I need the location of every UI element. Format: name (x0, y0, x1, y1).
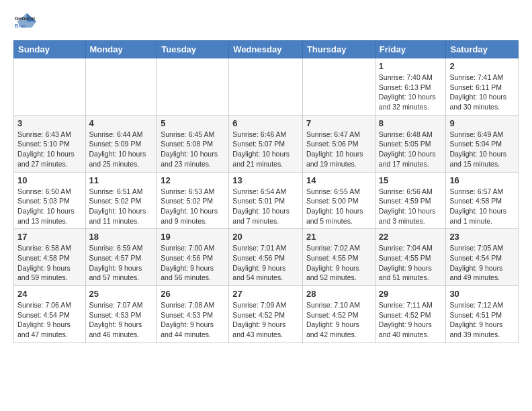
day-number: 14 (306, 175, 371, 185)
day-number: 21 (306, 232, 371, 242)
day-number: 25 (89, 289, 154, 299)
day-number: 11 (89, 175, 154, 185)
day-info: Sunrise: 6:46 AM Sunset: 5:07 PM Dayligh… (232, 130, 299, 169)
calendar-day-header: Tuesday (157, 41, 229, 58)
day-number: 29 (379, 289, 443, 299)
calendar-cell: 23Sunrise: 7:05 AM Sunset: 4:54 PM Dayli… (446, 229, 519, 286)
day-number: 30 (449, 289, 515, 299)
calendar-day-header: Wednesday (229, 41, 303, 58)
calendar-cell: 10Sunrise: 6:50 AM Sunset: 5:03 PM Dayli… (14, 172, 86, 229)
calendar-week-row: 24Sunrise: 7:06 AM Sunset: 4:54 PM Dayli… (14, 286, 519, 343)
calendar-cell (85, 58, 157, 116)
day-number: 23 (449, 232, 515, 242)
calendar-week-row: 10Sunrise: 6:50 AM Sunset: 5:03 PM Dayli… (14, 172, 519, 229)
calendar-week-row: 3Sunrise: 6:43 AM Sunset: 5:10 PM Daylig… (14, 115, 519, 172)
calendar-cell: 26Sunrise: 7:08 AM Sunset: 4:53 PM Dayli… (157, 286, 229, 343)
calendar-header-row: SundayMondayTuesdayWednesdayThursdayFrid… (14, 41, 519, 58)
day-number: 13 (232, 175, 299, 185)
day-info: Sunrise: 6:51 AM Sunset: 5:02 PM Dayligh… (89, 187, 154, 226)
day-info: Sunrise: 7:08 AM Sunset: 4:53 PM Dayligh… (161, 300, 225, 340)
calendar-cell: 20Sunrise: 7:01 AM Sunset: 4:56 PM Dayli… (229, 229, 303, 286)
calendar-cell: 14Sunrise: 6:55 AM Sunset: 5:00 PM Dayli… (302, 172, 375, 229)
day-info: Sunrise: 6:48 AM Sunset: 5:05 PM Dayligh… (379, 130, 443, 169)
day-info: Sunrise: 7:00 AM Sunset: 4:56 PM Dayligh… (161, 243, 225, 283)
calendar-cell: 11Sunrise: 6:51 AM Sunset: 5:02 PM Dayli… (85, 172, 157, 229)
calendar-cell (229, 58, 303, 116)
day-number: 27 (232, 289, 299, 299)
day-info: Sunrise: 6:54 AM Sunset: 5:01 PM Dayligh… (232, 187, 299, 226)
day-info: Sunrise: 6:47 AM Sunset: 5:06 PM Dayligh… (306, 130, 371, 169)
day-info: Sunrise: 6:50 AM Sunset: 5:03 PM Dayligh… (17, 187, 82, 226)
day-number: 1 (379, 61, 443, 71)
calendar-cell: 17Sunrise: 6:58 AM Sunset: 4:58 PM Dayli… (14, 229, 86, 286)
calendar-cell: 28Sunrise: 7:10 AM Sunset: 4:52 PM Dayli… (302, 286, 375, 343)
calendar-day-header: Friday (375, 41, 446, 58)
day-info: Sunrise: 7:05 AM Sunset: 4:54 PM Dayligh… (449, 243, 515, 283)
calendar-cell: 7Sunrise: 6:47 AM Sunset: 5:06 PM Daylig… (302, 115, 375, 172)
svg-text:General: General (15, 15, 35, 21)
day-info: Sunrise: 7:10 AM Sunset: 4:52 PM Dayligh… (306, 300, 371, 340)
day-number: 9 (449, 118, 515, 128)
calendar-cell: 25Sunrise: 7:07 AM Sunset: 4:53 PM Dayli… (85, 286, 157, 343)
day-info: Sunrise: 7:40 AM Sunset: 6:13 PM Dayligh… (379, 73, 443, 112)
day-info: Sunrise: 7:11 AM Sunset: 4:52 PM Dayligh… (379, 300, 443, 340)
calendar-week-row: 1Sunrise: 7:40 AM Sunset: 6:13 PM Daylig… (14, 58, 519, 116)
calendar-cell: 24Sunrise: 7:06 AM Sunset: 4:54 PM Dayli… (14, 286, 86, 343)
day-number: 8 (379, 118, 443, 128)
day-number: 12 (161, 175, 225, 185)
calendar-cell: 2Sunrise: 7:41 AM Sunset: 6:11 PM Daylig… (446, 58, 519, 116)
calendar-cell (14, 58, 86, 116)
calendar-day-header: Monday (85, 41, 157, 58)
calendar-cell: 16Sunrise: 6:57 AM Sunset: 4:58 PM Dayli… (446, 172, 519, 229)
day-number: 18 (89, 232, 154, 242)
day-info: Sunrise: 6:57 AM Sunset: 4:58 PM Dayligh… (449, 187, 515, 226)
calendar-day-header: Saturday (446, 41, 519, 58)
calendar-cell: 27Sunrise: 7:09 AM Sunset: 4:52 PM Dayli… (229, 286, 303, 343)
day-info: Sunrise: 7:07 AM Sunset: 4:53 PM Dayligh… (89, 300, 154, 340)
day-info: Sunrise: 6:59 AM Sunset: 4:57 PM Dayligh… (89, 243, 154, 283)
day-number: 4 (89, 118, 154, 128)
day-number: 3 (17, 118, 82, 128)
calendar-cell: 1Sunrise: 7:40 AM Sunset: 6:13 PM Daylig… (375, 58, 446, 116)
day-number: 5 (161, 118, 225, 128)
day-info: Sunrise: 6:43 AM Sunset: 5:10 PM Dayligh… (17, 130, 82, 169)
calendar-cell (302, 58, 375, 116)
calendar-cell: 6Sunrise: 6:46 AM Sunset: 5:07 PM Daylig… (229, 115, 303, 172)
calendar-table: SundayMondayTuesdayWednesdayThursdayFrid… (13, 40, 519, 343)
day-number: 2 (449, 61, 515, 71)
calendar-cell: 8Sunrise: 6:48 AM Sunset: 5:05 PM Daylig… (375, 115, 446, 172)
day-info: Sunrise: 6:49 AM Sunset: 5:04 PM Dayligh… (449, 130, 515, 169)
calendar-week-row: 17Sunrise: 6:58 AM Sunset: 4:58 PM Dayli… (14, 229, 519, 286)
day-info: Sunrise: 6:45 AM Sunset: 5:08 PM Dayligh… (161, 130, 225, 169)
day-info: Sunrise: 6:58 AM Sunset: 4:58 PM Dayligh… (17, 243, 82, 283)
day-number: 17 (17, 232, 82, 242)
logo-icon: General Blue (13, 11, 38, 35)
day-number: 7 (306, 118, 371, 128)
calendar-cell: 30Sunrise: 7:12 AM Sunset: 4:51 PM Dayli… (446, 286, 519, 343)
calendar-cell: 21Sunrise: 7:02 AM Sunset: 4:55 PM Dayli… (302, 229, 375, 286)
calendar-cell: 3Sunrise: 6:43 AM Sunset: 5:10 PM Daylig… (14, 115, 86, 172)
day-number: 26 (161, 289, 225, 299)
calendar-cell: 4Sunrise: 6:44 AM Sunset: 5:09 PM Daylig… (85, 115, 157, 172)
day-number: 6 (232, 118, 299, 128)
page: General Blue SundayMondayTuesdayWednesda… (0, 0, 532, 354)
day-info: Sunrise: 6:53 AM Sunset: 5:02 PM Dayligh… (161, 187, 225, 226)
day-number: 24 (17, 289, 82, 299)
calendar-cell: 5Sunrise: 6:45 AM Sunset: 5:08 PM Daylig… (157, 115, 229, 172)
day-info: Sunrise: 7:02 AM Sunset: 4:55 PM Dayligh… (306, 243, 371, 283)
logo: General Blue (13, 11, 39, 35)
day-number: 22 (379, 232, 443, 242)
day-info: Sunrise: 7:41 AM Sunset: 6:11 PM Dayligh… (449, 73, 515, 112)
calendar-cell: 12Sunrise: 6:53 AM Sunset: 5:02 PM Dayli… (157, 172, 229, 229)
day-number: 15 (379, 175, 443, 185)
day-info: Sunrise: 7:09 AM Sunset: 4:52 PM Dayligh… (232, 300, 299, 340)
day-number: 16 (449, 175, 515, 185)
day-info: Sunrise: 6:44 AM Sunset: 5:09 PM Dayligh… (89, 130, 154, 169)
calendar-cell: 15Sunrise: 6:56 AM Sunset: 4:59 PM Dayli… (375, 172, 446, 229)
calendar-day-header: Sunday (14, 41, 86, 58)
header: General Blue (13, 11, 519, 35)
svg-text:Blue: Blue (15, 23, 27, 29)
day-info: Sunrise: 7:12 AM Sunset: 4:51 PM Dayligh… (449, 300, 515, 340)
day-info: Sunrise: 7:06 AM Sunset: 4:54 PM Dayligh… (17, 300, 82, 340)
day-number: 28 (306, 289, 371, 299)
